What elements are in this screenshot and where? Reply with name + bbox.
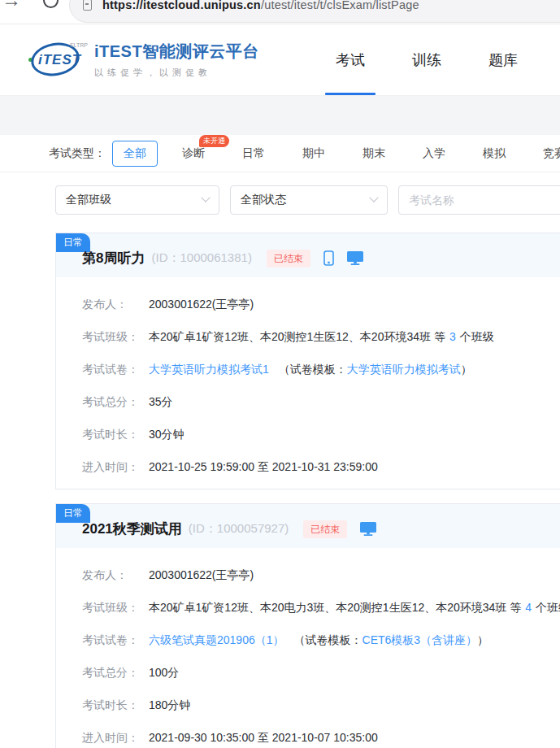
reload-icon[interactable] (43, 0, 59, 8)
page-info-icon[interactable] (83, 0, 92, 11)
classes-label: 考试班级： (82, 329, 149, 344)
template-suffix: ） (461, 363, 472, 376)
status-badge: 已结束 (303, 520, 347, 538)
score-label: 考试总分： (82, 394, 149, 409)
paper-label: 考试试卷： (82, 633, 149, 647)
monitor-icon (360, 522, 376, 536)
template-link[interactable]: 大学英语听力模拟考试 (347, 363, 461, 376)
classes-text: 本20矿卓1矿资12班、本20电力3班、本20测控1生医12、本20环境34班 … (149, 601, 521, 614)
entry-time-value: 2021-09-30 10:35:00 至 2021-10-07 10:35:0… (149, 730, 378, 745)
entry-time-label: 进入时间： (82, 459, 149, 474)
device-icons (360, 522, 376, 536)
exam-title-row: 第8周听力 (ID：1000061381) 已结束 (82, 249, 363, 267)
entry-time-row: 进入时间： 2021-09-30 10:35:00 至 2021-10-07 1… (82, 730, 560, 745)
template-prefix: （试卷模板： (294, 633, 362, 646)
exam-type-filter-row: 考试类型： 全部 诊断未开通 日常 期中 期末 入学 模拟 竞赛 (0, 135, 560, 172)
type-filter-diagnosis[interactable]: 诊断未开通 (182, 146, 205, 161)
paper-row: 考试试卷： 六级笔试真题201906（1）（试卷模板：CET6模板3（含讲座）） (82, 633, 560, 647)
paper-label: 考试试卷： (82, 362, 149, 376)
publisher-label: 发布人： (82, 297, 149, 311)
not-activated-badge: 未开通 (199, 135, 229, 147)
exam-card-body: 发布人： 2003001622(王亭亭) 考试班级： 本20矿卓1矿资12班、本… (56, 277, 560, 489)
classes-count[interactable]: 4 (525, 601, 532, 614)
score-value: 100分 (149, 665, 179, 680)
exam-type-label: 考试类型： (49, 146, 106, 161)
classes-row: 考试班级： 本20矿卓1矿资12班、本20电力3班、本20测控1生医12、本20… (82, 600, 560, 615)
status-badge: 已结束 (267, 250, 310, 267)
paper-link[interactable]: 六级笔试真题201906（1） (149, 633, 284, 646)
publisher-row: 发布人： 2003001622(王亭亭) (82, 568, 560, 582)
score-label: 考试总分： (82, 665, 149, 680)
status-select[interactable]: 全部状态 (230, 185, 388, 215)
duration-value: 180分钟 (149, 698, 190, 712)
duration-label: 考试时长： (82, 698, 149, 712)
class-select-value: 全部班级 (66, 193, 111, 207)
classes-label: 考试班级： (82, 600, 149, 615)
exam-card: 日常 2021秋季测试用 (ID：1000057927) 已结束 发布人： 20… (55, 503, 560, 748)
nav-tab-question-bank[interactable]: 题库 (488, 24, 518, 95)
type-filter-midterm[interactable]: 期中 (302, 146, 325, 161)
classes-row: 考试班级： 本20矿卓1矿资12班、本20测控1生医12、本20环境34班 等3… (82, 329, 560, 344)
paper-value: 大学英语听力模拟考试1（试卷模板：大学英语听力模拟考试） (149, 362, 472, 376)
status-select-value: 全部状态 (241, 193, 286, 207)
entry-time-row: 进入时间： 2021-10-25 19:59:00 至 2021-10-31 2… (82, 459, 560, 474)
phone-icon (323, 250, 334, 266)
entry-time-value: 2021-10-25 19:59:00 至 2021-10-31 23:59:0… (149, 459, 378, 474)
main-nav: 考试 训练 题库 (336, 24, 518, 95)
page-gap-band (0, 96, 560, 135)
exam-id: (ID：1000057927) (189, 521, 289, 537)
browser-toolbar: → https://itestcloud.unipus.cn/utest/ite… (0, 0, 560, 24)
exam-title-row: 2021秋季测试用 (ID：1000057927) 已结束 (82, 520, 376, 538)
chevron-down-icon (201, 194, 210, 202)
score-value: 35分 (149, 394, 173, 409)
type-filter-competition[interactable]: 竞赛 (543, 146, 560, 161)
publisher-label: 发布人： (82, 568, 149, 582)
type-filter-daily[interactable]: 日常 (242, 146, 265, 161)
publisher-value: 2003001622(王亭亭) (149, 568, 254, 582)
score-row: 考试总分： 100分 (82, 665, 560, 680)
score-row: 考试总分： 35分 (82, 394, 560, 409)
template-link[interactable]: CET6模板3（含讲座） (362, 633, 478, 646)
type-filter-all[interactable]: 全部 (112, 141, 158, 167)
exam-title[interactable]: 2021秋季测试用 (82, 520, 182, 538)
nav-tab-training[interactable]: 训练 (412, 24, 441, 95)
type-filter-mock[interactable]: 模拟 (483, 146, 506, 161)
monitor-icon (347, 251, 363, 265)
logo-fltrp-text: FLTRP (70, 42, 88, 48)
duration-value: 30分钟 (149, 427, 184, 441)
chevron-down-icon (369, 194, 378, 202)
forward-icon[interactable]: → (2, 0, 21, 11)
url-path: /utest/itest/t/clsExam/listPage (261, 0, 419, 11)
nav-tab-exam[interactable]: 考试 (336, 24, 365, 95)
classes-value: 本20矿卓1矿资12班、本20电力3班、本20测控1生医12、本20环境34班 … (149, 600, 560, 615)
exam-name-search-input[interactable] (398, 185, 560, 215)
paper-value: 六级笔试真题201906（1）（试卷模板：CET6模板3（含讲座）） (149, 633, 488, 647)
class-select[interactable]: 全部班级 (55, 185, 219, 215)
exam-title[interactable]: 第8周听力 (82, 249, 145, 267)
type-filter-final[interactable]: 期末 (362, 146, 385, 161)
type-filter-entrance[interactable]: 入学 (423, 146, 445, 161)
brand-title: iTEST智能测评云平台 (94, 41, 259, 63)
template-group: （试卷模板：CET6模板3（含讲座）） (294, 633, 489, 646)
duration-row: 考试时长： 30分钟 (82, 427, 560, 441)
type-filter-diagnosis-label: 诊断 (182, 146, 205, 159)
logo-itest-text: iTEST (38, 52, 81, 68)
itest-logo[interactable]: FLTRP iTEST (31, 38, 88, 82)
exam-id: (ID：1000061381) (151, 250, 251, 266)
entry-time-label: 进入时间： (82, 730, 149, 745)
address-bar[interactable]: https://itestcloud.unipus.cn/utest/itest… (69, 0, 560, 23)
device-icons (323, 250, 363, 266)
filter-selects-row: 全部班级 全部状态 (0, 172, 560, 228)
paper-link[interactable]: 大学英语听力模拟考试1 (149, 363, 269, 376)
classes-value: 本20矿卓1矿资12班、本20测控1生医12、本20环境34班 等3个班级 (149, 329, 494, 344)
template-prefix: （试卷模板： (279, 363, 347, 376)
classes-text: 本20矿卓1矿资12班、本20测控1生医12、本20环境34班 等 (149, 330, 445, 343)
url-domain: https://itestcloud.unipus.cn (102, 0, 261, 11)
paper-row: 考试试卷： 大学英语听力模拟考试1（试卷模板：大学英语听力模拟考试） (82, 362, 560, 376)
classes-suffix: 个班级 (536, 601, 560, 614)
url-text[interactable]: https://itestcloud.unipus.cn/utest/itest… (102, 0, 419, 11)
exam-card-header: 日常 第8周听力 (ID：1000061381) 已结束 (56, 233, 560, 277)
publisher-row: 发布人： 2003001622(王亭亭) (82, 297, 560, 311)
template-group: （试卷模板：大学英语听力模拟考试） (279, 363, 472, 376)
classes-count[interactable]: 3 (449, 330, 456, 343)
